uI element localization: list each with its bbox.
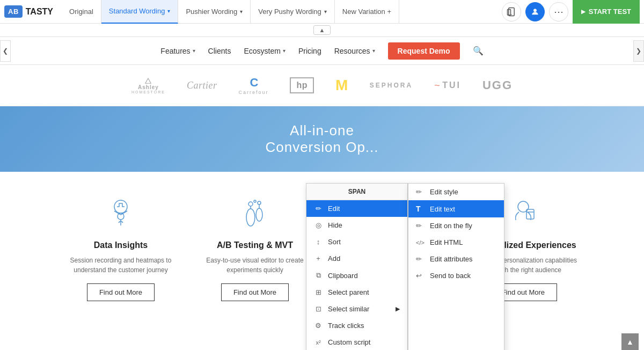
svg-point-10 — [256, 208, 262, 221]
hero-section: All-in-one Conversion Op... — [0, 106, 644, 172]
menu-item-select-similar[interactable]: ⊡ Select similar ▶ — [306, 301, 407, 317]
submenu-item-edit-text[interactable]: T Edit text — [408, 200, 504, 217]
logos-bar: Ashley HOMESTORE Cartier C Carrefour hp … — [0, 65, 644, 106]
menu-item-hide[interactable]: ◎ Hide — [306, 217, 407, 234]
select-parent-icon: ⊞ — [314, 288, 323, 296]
ab-testing-find-out-button[interactable]: Find out More — [221, 283, 289, 301]
data-insights-icon — [64, 193, 177, 234]
collapse-bar: ▲ — [0, 24, 644, 37]
tui-logo: ~ TUI — [434, 80, 461, 91]
data-insights-find-out-button[interactable]: Find out More — [87, 283, 155, 301]
carrefour-logo: C Carrefour — [238, 76, 268, 95]
tab-original[interactable]: Original — [62, 0, 101, 24]
custom-script-icon: x² — [314, 339, 323, 346]
menu-item-track-clicks[interactable]: ⚙ Track clicks — [306, 317, 407, 334]
submenu-item-edit-html[interactable]: </> Edit HTML — [408, 234, 504, 251]
sort-icon: ↕ — [314, 238, 323, 246]
context-menu-header: SPAN — [306, 184, 407, 200]
left-nav-arrow[interactable]: ❮ — [0, 40, 11, 62]
svg-point-4 — [114, 200, 127, 213]
svg-point-7 — [118, 213, 124, 220]
submenu-arrow-icon: ▶ — [396, 305, 400, 312]
svg-point-13 — [254, 200, 256, 202]
search-icon[interactable]: 🔍 — [473, 46, 484, 56]
hp-logo: hp — [290, 77, 314, 93]
submenu-item-edit-on-fly[interactable]: ✏ Edit on the fly — [408, 217, 504, 234]
nav-item-features[interactable]: Features ▾ — [160, 47, 195, 55]
context-menu-overlay: SPAN ✏ Edit ◎ Hide ↕ Sort + Add ⧉ Clipbo… — [306, 183, 504, 350]
edit-attributes-icon: ✏ — [416, 255, 425, 263]
tab-very-pushy-wording[interactable]: Very Pushy Wording ▾ — [251, 0, 335, 24]
data-insights-title: Data Insights — [64, 240, 177, 250]
select-similar-icon: ⊡ — [314, 305, 323, 313]
edit-icon: ✏ — [314, 205, 323, 213]
tab-standard-wording[interactable]: Standard Wording ▾ — [101, 0, 179, 24]
chevron-down-icon: ▾ — [167, 8, 170, 14]
nav-bar: ❮ Features ▾ Clients Ecosystem ▾ Pricing… — [0, 37, 644, 65]
scroll-to-top-button[interactable]: ▲ — [621, 333, 639, 350]
submenu-item-edit-attributes[interactable]: ✏ Edit attributes — [408, 251, 504, 267]
nav-item-resources[interactable]: Resources ▾ — [334, 47, 375, 55]
nav-item-clients[interactable]: Clients — [208, 47, 231, 55]
submenu-item-send-to-back[interactable]: ↩ Send to back — [408, 267, 504, 284]
cartier-logo: Cartier — [187, 80, 217, 91]
sephora-logo: SEPHORA — [370, 82, 413, 89]
track-clicks-icon: ⚙ — [314, 322, 323, 330]
edit-on-fly-icon: ✏ — [416, 222, 425, 230]
svg-point-9 — [246, 209, 255, 226]
main-content: Ashley HOMESTORE Cartier C Carrefour hp … — [0, 65, 644, 350]
request-demo-button[interactable]: Request Demo — [388, 42, 460, 60]
menu-item-add[interactable]: + Add — [306, 250, 407, 267]
data-insights-desc: Session recording and heatmaps to unders… — [64, 256, 177, 275]
svg-point-11 — [248, 202, 253, 206]
toolbar: AB TASTY Original Standard Wording ▾ Pus… — [0, 0, 644, 24]
edit-style-icon: ✏ — [416, 188, 425, 196]
right-nav-arrow[interactable]: ❯ — [633, 40, 644, 62]
chevron-down-icon: ▾ — [240, 9, 243, 14]
hide-icon: ◎ — [314, 221, 323, 229]
svg-point-2 — [511, 14, 512, 15]
start-test-button[interactable]: ▶ START TEST — [573, 0, 640, 24]
menu-item-custom-script[interactable]: x² Custom script — [306, 334, 407, 350]
chevron-down-icon: ▾ — [283, 48, 286, 54]
ugg-logo: UGG — [482, 78, 513, 92]
ab-testing-icon — [199, 193, 311, 234]
menu-item-edit[interactable]: ✏ Edit — [306, 200, 407, 217]
svg-point-3 — [533, 9, 536, 11]
ab-testing-desc: Easy-to-use visual editor to create expe… — [199, 256, 311, 275]
add-icon: + — [314, 254, 323, 262]
tab-new-variation[interactable]: New Variation + — [335, 0, 399, 24]
feature-ab-testing: A/B Testing & MVT Easy-to-use visual edi… — [188, 188, 322, 307]
context-menu: SPAN ✏ Edit ◎ Hide ↕ Sort + Add ⧉ Clipbo… — [306, 183, 408, 350]
submenu-item-edit-style[interactable]: ✏ Edit style — [408, 184, 504, 200]
svg-point-12 — [258, 201, 261, 205]
play-icon: ▶ — [581, 9, 586, 14]
submenu: ✏ Edit style T Edit text ✏ Edit on the f… — [408, 183, 504, 350]
hero-title-line2: Conversion Op... — [21, 139, 623, 156]
menu-item-sort[interactable]: ↕ Sort — [306, 234, 407, 250]
logo-badge: AB — [4, 5, 23, 18]
hero-title-line1: All-in-one — [21, 122, 623, 139]
menu-item-clipboard[interactable]: ⧉ Clipboard — [306, 267, 407, 284]
svg-point-20 — [518, 201, 529, 212]
chevron-down-icon: ▾ — [324, 9, 327, 14]
logo-text: TASTY — [26, 7, 53, 17]
send-to-back-icon: ↩ — [416, 272, 425, 280]
ashley-logo: Ashley HOMESTORE — [131, 77, 165, 94]
chevron-down-icon: ▾ — [372, 48, 375, 54]
edit-html-icon: </> — [416, 239, 425, 246]
menu-item-select-parent[interactable]: ⊞ Select parent — [306, 284, 407, 301]
collapse-arrow-button[interactable]: ▲ — [313, 25, 331, 35]
mcdonalds-logo: M — [335, 77, 348, 94]
user-avatar-button[interactable] — [525, 2, 545, 21]
nav-item-pricing[interactable]: Pricing — [298, 47, 321, 55]
tab-pushier-wording[interactable]: Pushier Wording ▾ — [178, 0, 251, 24]
ab-testing-title: A/B Testing & MVT — [199, 240, 311, 250]
device-preview-button[interactable] — [502, 2, 521, 21]
more-options-button[interactable]: ⋯ — [549, 2, 568, 21]
edit-text-icon: T — [416, 205, 425, 213]
toolbar-icons: ⋯ — [502, 2, 568, 21]
chevron-down-icon: ▾ — [193, 48, 195, 54]
nav-item-ecosystem[interactable]: Ecosystem ▾ — [244, 47, 285, 55]
logo-area: AB TASTY — [4, 5, 53, 18]
